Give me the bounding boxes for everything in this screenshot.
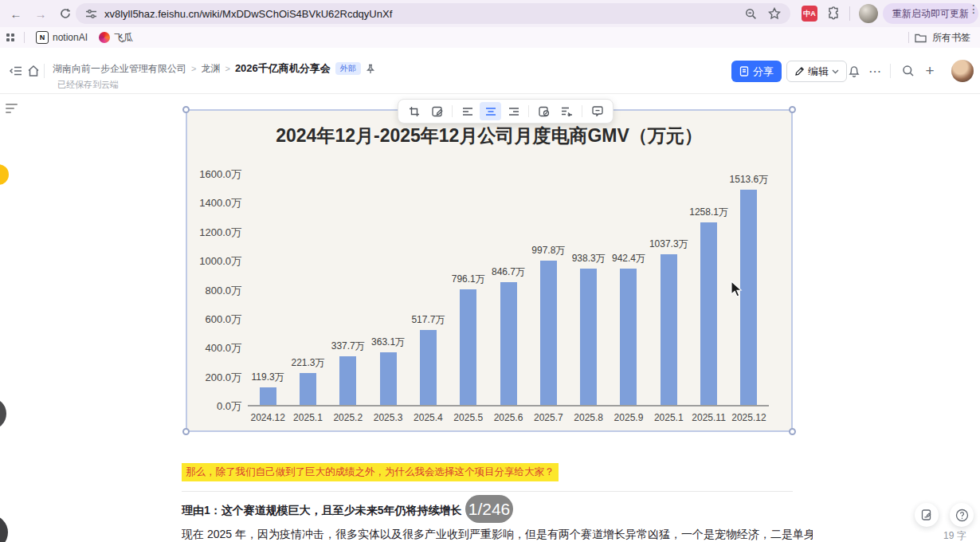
bookmarks-divider — [24, 32, 25, 43]
browser-menu-icon[interactable]: ⋮ — [968, 6, 976, 11]
crop-button[interactable] — [403, 102, 425, 120]
header-divider — [890, 64, 891, 78]
folder-icon — [915, 33, 927, 43]
bar-value-label: 1513.6万 — [730, 173, 769, 187]
user-avatar[interactable] — [951, 60, 974, 82]
dark-floating-bubble[interactable] — [0, 515, 8, 542]
bar-value-label: 337.7万 — [331, 340, 365, 353]
more-options-button[interactable]: ⋯ — [865, 61, 884, 81]
apps-grid-icon[interactable] — [6, 33, 14, 41]
chart-xaxis: 2024.122025.12025.22025.32025.42025.5202… — [248, 412, 769, 423]
chart-title: 2024年12月-2025年12月公司月度电商GMV（万元） — [187, 124, 791, 148]
bar — [460, 289, 476, 405]
home-button[interactable] — [24, 61, 43, 81]
zoom-icon[interactable] — [745, 8, 757, 20]
crop-icon — [409, 106, 420, 117]
bar-column: 119.3万 — [248, 173, 288, 405]
header-divider — [44, 64, 45, 78]
browser-profile-avatar[interactable] — [859, 4, 878, 23]
breadcrumb-item-company[interactable]: 湖南向前一步企业管理有限公司 — [53, 62, 186, 76]
search-button[interactable] — [899, 61, 918, 81]
x-axis-label: 2025.8 — [569, 412, 609, 423]
annotate-button[interactable] — [426, 102, 448, 120]
bar — [260, 387, 276, 405]
comment-button[interactable] — [586, 102, 608, 120]
home-icon — [27, 65, 40, 77]
extensions-icon[interactable] — [827, 6, 841, 20]
yellow-floating-bubble[interactable] — [0, 164, 9, 185]
bookmark-star-icon[interactable] — [768, 7, 781, 20]
reload-button[interactable] — [57, 5, 74, 22]
breadcrumb-separator: > — [191, 64, 196, 73]
align-center-button[interactable] — [480, 102, 501, 120]
bar-column: 221.3万 — [288, 173, 327, 405]
resize-handle-top-left[interactable] — [182, 106, 190, 113]
bar-column: 846.7万 — [488, 173, 528, 405]
url-text[interactable]: xv8lyll5haz.feishu.cn/wiki/MxDDwSChOiS4B… — [104, 8, 734, 20]
bar-value-label: 517.7万 — [411, 313, 445, 327]
reason-heading: 理由1：这个赛道规模巨大，且至少未来5年仍将持续增长 — [182, 504, 462, 518]
save-status: 已经保存到云端 — [57, 79, 119, 91]
doc-outline-indicator[interactable] — [6, 104, 18, 116]
x-axis-label: 2025.1 — [288, 412, 327, 423]
y-axis-label: 1200.0万 — [199, 226, 241, 240]
bar-value-label: 997.8万 — [531, 244, 565, 257]
chart-image[interactable]: 2024年12月-2025年12月公司月度电商GMV（万元） 1600.0万14… — [186, 109, 793, 432]
edit-button[interactable]: 编辑 — [786, 61, 847, 82]
bar — [380, 352, 397, 405]
forward-button[interactable]: → — [32, 5, 49, 22]
y-axis-label: 1400.0万 — [199, 196, 241, 210]
copy-link-button[interactable] — [533, 102, 555, 120]
breadcrumb-item-current-doc[interactable]: 2026千亿商机分享会 — [235, 61, 331, 76]
resize-handle-bottom-left[interactable] — [182, 428, 190, 435]
bar-column: 997.8万 — [528, 173, 568, 405]
notifications-button[interactable] — [845, 61, 864, 81]
chart-plot: 119.3万221.3万337.7万363.1万517.7万796.1万846.… — [248, 173, 769, 406]
align-center-icon — [485, 107, 496, 116]
help-icon — [955, 509, 969, 522]
bar-value-label: 942.4万 — [612, 252, 645, 265]
dark-floating-bubble[interactable] — [0, 398, 6, 430]
content-divider — [182, 491, 793, 492]
align-left-button[interactable] — [457, 102, 478, 120]
bookmark-label: notionAI — [53, 32, 88, 43]
bar-value-label: 1258.1万 — [689, 206, 728, 219]
align-right-button[interactable] — [503, 102, 524, 120]
new-doc-button[interactable]: + — [920, 61, 939, 81]
y-axis-label: 200.0万 — [205, 371, 241, 385]
back-button[interactable]: ← — [7, 5, 25, 22]
chart-yaxis: 1600.0万1400.0万1200.0万1000.0万800.0万600.0万… — [187, 173, 241, 405]
all-bookmarks-button[interactable]: 所有书签 — [932, 31, 970, 45]
bar-column: 337.7万 — [328, 173, 368, 405]
y-axis-label: 1000.0万 — [199, 254, 241, 269]
feigua-icon — [99, 32, 110, 43]
resize-handle-top-right[interactable] — [789, 106, 796, 113]
annotate-icon — [432, 106, 443, 117]
highlighted-question-text: 那么，除了我们自己做到了巨大的成绩之外，为什么我会选择这个项目分享给大家？ — [182, 463, 559, 481]
chevron-down-icon — [832, 69, 839, 74]
update-chip-button[interactable]: 重新启动即可更新 — [883, 3, 978, 24]
reload-icon — [60, 8, 71, 19]
search-icon — [902, 65, 915, 77]
translate-extension-icon[interactable]: 中A — [802, 6, 817, 22]
replace-icon — [561, 106, 573, 116]
bar — [661, 254, 677, 405]
bar-value-label: 846.7万 — [492, 265, 525, 279]
address-bar[interactable]: xv8lyll5haz.feishu.cn/wiki/MxDDwSChOiS4B… — [76, 3, 790, 24]
breadcrumb-item-longyuan[interactable]: 龙渊 — [201, 62, 220, 76]
x-axis-label: 2025.11 — [688, 412, 728, 423]
bookmark-notionai[interactable]: N notionAI — [36, 31, 88, 44]
mouse-cursor — [730, 281, 744, 298]
bar-value-label: 938.3万 — [572, 252, 606, 265]
pin-icon[interactable] — [366, 64, 375, 74]
resize-handle-bottom-right[interactable] — [789, 428, 796, 435]
bookmark-feigua[interactable]: 飞瓜 — [99, 31, 133, 45]
comment-icon — [592, 106, 603, 116]
feedback-button[interactable] — [915, 503, 939, 527]
site-settings-icon[interactable] — [85, 8, 97, 20]
replace-button[interactable] — [556, 102, 578, 120]
sidebar-toggle-button[interactable] — [6, 61, 25, 81]
help-button[interactable] — [950, 503, 974, 527]
toolbar-divider — [582, 105, 582, 117]
share-button[interactable]: 分享 — [731, 61, 782, 82]
